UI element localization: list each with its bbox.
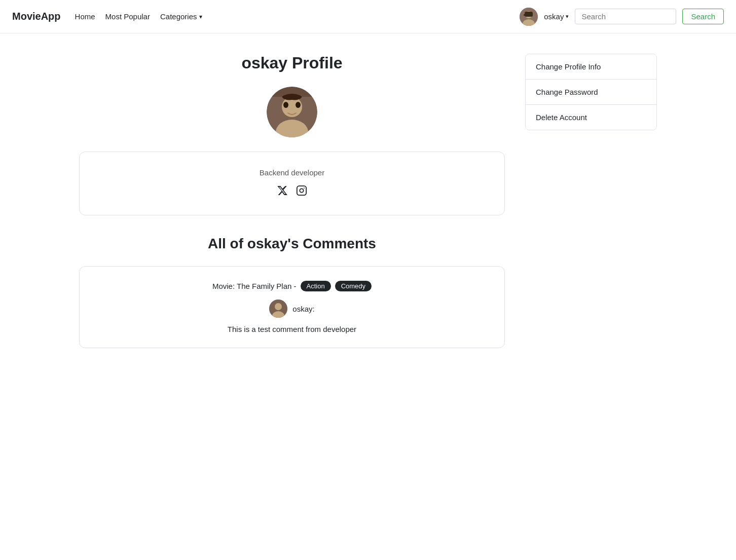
comment-avatar [269, 300, 287, 318]
comment-username: oskay: [292, 305, 314, 313]
svg-point-9 [296, 102, 301, 108]
navbar: MovieApp Home Most Popular Categories os… [0, 0, 736, 33]
sidebar-menu: Change Profile Info Change Password Dele… [525, 54, 657, 130]
tag-action: Action [301, 281, 331, 291]
svg-rect-10 [267, 87, 317, 97]
comment-text: This is a test comment from developer [96, 325, 488, 333]
nav-home[interactable]: Home [75, 12, 95, 21]
comment-movie-line: Movie: The Family Plan - Action Comedy [96, 281, 488, 291]
social-icons [100, 185, 484, 199]
sidebar: Change Profile Info Change Password Dele… [525, 54, 657, 348]
nav-links: Home Most Popular Categories [75, 12, 520, 21]
svg-point-13 [304, 188, 305, 189]
comment-movie-label: Movie: The Family Plan - [212, 282, 297, 290]
avatar [520, 8, 538, 26]
twitter-icon[interactable] [277, 185, 288, 199]
svg-point-15 [275, 303, 282, 310]
comment-user-line: oskay: [96, 300, 488, 318]
sidebar-item-delete-account[interactable]: Delete Account [526, 105, 656, 130]
comment-card: Movie: The Family Plan - Action Comedy o… [79, 266, 505, 348]
tag-comedy: Comedy [335, 281, 372, 291]
sidebar-item-change-password[interactable]: Change Password [526, 80, 656, 105]
svg-rect-3 [525, 12, 533, 17]
navbar-right: oskay Search [520, 8, 724, 26]
profile-section: oskay Profile Backend developer [79, 54, 505, 348]
main-container: oskay Profile Backend developer [69, 33, 667, 368]
instagram-icon[interactable] [296, 185, 307, 199]
profile-avatar [267, 87, 317, 137]
sidebar-item-change-profile-info[interactable]: Change Profile Info [526, 54, 656, 80]
nav-categories[interactable]: Categories [160, 12, 202, 21]
bio-text: Backend developer [100, 168, 484, 177]
profile-title: oskay Profile [241, 54, 342, 72]
brand-logo[interactable]: MovieApp [12, 11, 61, 22]
svg-rect-11 [297, 186, 306, 195]
svg-point-8 [283, 102, 288, 108]
comments-section-title: All of oskay's Comments [208, 236, 376, 252]
search-button[interactable]: Search [682, 9, 724, 24]
svg-rect-4 [524, 14, 526, 16]
svg-point-12 [300, 189, 303, 192]
nav-most-popular[interactable]: Most Popular [105, 12, 150, 21]
profile-card: Backend developer [79, 152, 505, 215]
username-dropdown-button[interactable]: oskay [544, 12, 569, 21]
search-input[interactable] [575, 9, 676, 24]
